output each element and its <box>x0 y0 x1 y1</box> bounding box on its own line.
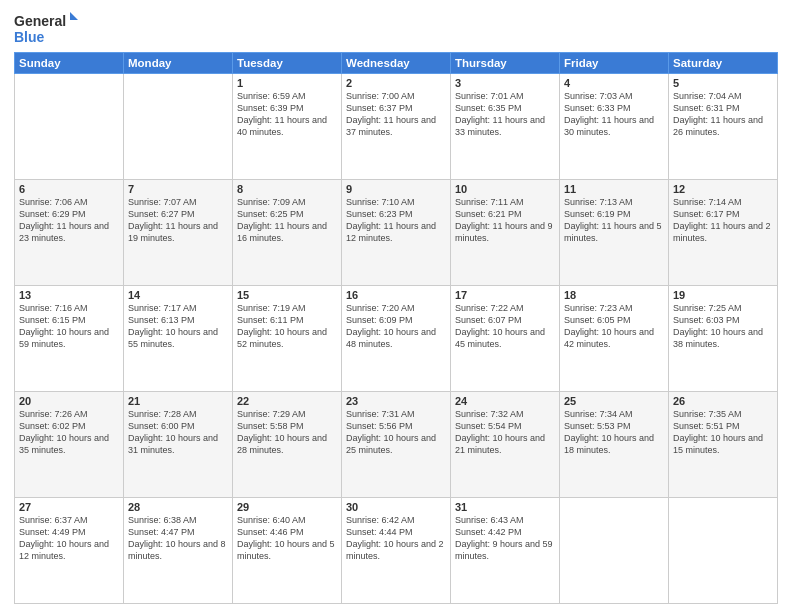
weekday-header-thursday: Thursday <box>451 53 560 74</box>
day-info: Sunrise: 7:34 AM Sunset: 5:53 PM Dayligh… <box>564 408 664 457</box>
weekday-header-tuesday: Tuesday <box>233 53 342 74</box>
day-info: Sunrise: 6:40 AM Sunset: 4:46 PM Dayligh… <box>237 514 337 563</box>
day-info: Sunrise: 6:37 AM Sunset: 4:49 PM Dayligh… <box>19 514 119 563</box>
day-info: Sunrise: 7:00 AM Sunset: 6:37 PM Dayligh… <box>346 90 446 139</box>
weekday-header-wednesday: Wednesday <box>342 53 451 74</box>
calendar-cell: 13Sunrise: 7:16 AM Sunset: 6:15 PM Dayli… <box>15 286 124 392</box>
day-info: Sunrise: 7:16 AM Sunset: 6:15 PM Dayligh… <box>19 302 119 351</box>
weekday-header-monday: Monday <box>124 53 233 74</box>
day-number: 6 <box>19 183 119 195</box>
calendar-cell: 28Sunrise: 6:38 AM Sunset: 4:47 PM Dayli… <box>124 498 233 604</box>
day-number: 3 <box>455 77 555 89</box>
calendar-cell: 25Sunrise: 7:34 AM Sunset: 5:53 PM Dayli… <box>560 392 669 498</box>
day-info: Sunrise: 7:20 AM Sunset: 6:09 PM Dayligh… <box>346 302 446 351</box>
day-info: Sunrise: 7:32 AM Sunset: 5:54 PM Dayligh… <box>455 408 555 457</box>
calendar-cell: 20Sunrise: 7:26 AM Sunset: 6:02 PM Dayli… <box>15 392 124 498</box>
svg-text:General: General <box>14 13 66 29</box>
calendar-cell: 18Sunrise: 7:23 AM Sunset: 6:05 PM Dayli… <box>560 286 669 392</box>
calendar-table: SundayMondayTuesdayWednesdayThursdayFrid… <box>14 52 778 604</box>
day-number: 17 <box>455 289 555 301</box>
calendar-cell: 6Sunrise: 7:06 AM Sunset: 6:29 PM Daylig… <box>15 180 124 286</box>
day-number: 24 <box>455 395 555 407</box>
day-number: 2 <box>346 77 446 89</box>
day-number: 30 <box>346 501 446 513</box>
weekday-header-row: SundayMondayTuesdayWednesdayThursdayFrid… <box>15 53 778 74</box>
day-number: 12 <box>673 183 773 195</box>
day-info: Sunrise: 7:14 AM Sunset: 6:17 PM Dayligh… <box>673 196 773 245</box>
day-info: Sunrise: 6:43 AM Sunset: 4:42 PM Dayligh… <box>455 514 555 563</box>
day-info: Sunrise: 7:06 AM Sunset: 6:29 PM Dayligh… <box>19 196 119 245</box>
day-number: 7 <box>128 183 228 195</box>
svg-text:Blue: Blue <box>14 29 45 45</box>
calendar-cell: 5Sunrise: 7:04 AM Sunset: 6:31 PM Daylig… <box>669 74 778 180</box>
calendar-week-2: 6Sunrise: 7:06 AM Sunset: 6:29 PM Daylig… <box>15 180 778 286</box>
day-number: 5 <box>673 77 773 89</box>
day-number: 4 <box>564 77 664 89</box>
day-info: Sunrise: 7:19 AM Sunset: 6:11 PM Dayligh… <box>237 302 337 351</box>
day-number: 26 <box>673 395 773 407</box>
calendar-cell: 24Sunrise: 7:32 AM Sunset: 5:54 PM Dayli… <box>451 392 560 498</box>
weekday-header-friday: Friday <box>560 53 669 74</box>
calendar-cell: 19Sunrise: 7:25 AM Sunset: 6:03 PM Dayli… <box>669 286 778 392</box>
calendar-cell: 9Sunrise: 7:10 AM Sunset: 6:23 PM Daylig… <box>342 180 451 286</box>
calendar-week-1: 1Sunrise: 6:59 AM Sunset: 6:39 PM Daylig… <box>15 74 778 180</box>
day-info: Sunrise: 7:07 AM Sunset: 6:27 PM Dayligh… <box>128 196 228 245</box>
day-info: Sunrise: 7:01 AM Sunset: 6:35 PM Dayligh… <box>455 90 555 139</box>
calendar-cell: 27Sunrise: 6:37 AM Sunset: 4:49 PM Dayli… <box>15 498 124 604</box>
day-info: Sunrise: 7:22 AM Sunset: 6:07 PM Dayligh… <box>455 302 555 351</box>
day-number: 16 <box>346 289 446 301</box>
calendar-cell: 17Sunrise: 7:22 AM Sunset: 6:07 PM Dayli… <box>451 286 560 392</box>
calendar-cell: 7Sunrise: 7:07 AM Sunset: 6:27 PM Daylig… <box>124 180 233 286</box>
calendar-cell: 3Sunrise: 7:01 AM Sunset: 6:35 PM Daylig… <box>451 74 560 180</box>
day-info: Sunrise: 7:17 AM Sunset: 6:13 PM Dayligh… <box>128 302 228 351</box>
day-info: Sunrise: 7:03 AM Sunset: 6:33 PM Dayligh… <box>564 90 664 139</box>
day-info: Sunrise: 7:11 AM Sunset: 6:21 PM Dayligh… <box>455 196 555 245</box>
day-number: 29 <box>237 501 337 513</box>
calendar-cell <box>124 74 233 180</box>
weekday-header-saturday: Saturday <box>669 53 778 74</box>
calendar-cell: 8Sunrise: 7:09 AM Sunset: 6:25 PM Daylig… <box>233 180 342 286</box>
calendar-cell: 4Sunrise: 7:03 AM Sunset: 6:33 PM Daylig… <box>560 74 669 180</box>
day-info: Sunrise: 7:04 AM Sunset: 6:31 PM Dayligh… <box>673 90 773 139</box>
calendar-cell: 15Sunrise: 7:19 AM Sunset: 6:11 PM Dayli… <box>233 286 342 392</box>
day-number: 1 <box>237 77 337 89</box>
calendar-cell: 31Sunrise: 6:43 AM Sunset: 4:42 PM Dayli… <box>451 498 560 604</box>
day-info: Sunrise: 6:38 AM Sunset: 4:47 PM Dayligh… <box>128 514 228 563</box>
calendar-week-5: 27Sunrise: 6:37 AM Sunset: 4:49 PM Dayli… <box>15 498 778 604</box>
day-info: Sunrise: 7:35 AM Sunset: 5:51 PM Dayligh… <box>673 408 773 457</box>
calendar-cell: 22Sunrise: 7:29 AM Sunset: 5:58 PM Dayli… <box>233 392 342 498</box>
calendar-cell: 10Sunrise: 7:11 AM Sunset: 6:21 PM Dayli… <box>451 180 560 286</box>
calendar-cell: 14Sunrise: 7:17 AM Sunset: 6:13 PM Dayli… <box>124 286 233 392</box>
day-info: Sunrise: 7:09 AM Sunset: 6:25 PM Dayligh… <box>237 196 337 245</box>
day-number: 18 <box>564 289 664 301</box>
calendar-cell: 16Sunrise: 7:20 AM Sunset: 6:09 PM Dayli… <box>342 286 451 392</box>
day-info: Sunrise: 6:42 AM Sunset: 4:44 PM Dayligh… <box>346 514 446 563</box>
day-info: Sunrise: 7:13 AM Sunset: 6:19 PM Dayligh… <box>564 196 664 245</box>
day-info: Sunrise: 6:59 AM Sunset: 6:39 PM Dayligh… <box>237 90 337 139</box>
calendar-cell: 2Sunrise: 7:00 AM Sunset: 6:37 PM Daylig… <box>342 74 451 180</box>
day-info: Sunrise: 7:31 AM Sunset: 5:56 PM Dayligh… <box>346 408 446 457</box>
svg-marker-2 <box>70 12 78 20</box>
day-number: 23 <box>346 395 446 407</box>
day-number: 31 <box>455 501 555 513</box>
day-number: 9 <box>346 183 446 195</box>
day-number: 10 <box>455 183 555 195</box>
calendar-cell: 30Sunrise: 6:42 AM Sunset: 4:44 PM Dayli… <box>342 498 451 604</box>
day-number: 15 <box>237 289 337 301</box>
day-number: 27 <box>19 501 119 513</box>
calendar-cell: 21Sunrise: 7:28 AM Sunset: 6:00 PM Dayli… <box>124 392 233 498</box>
day-number: 13 <box>19 289 119 301</box>
day-number: 21 <box>128 395 228 407</box>
day-info: Sunrise: 7:25 AM Sunset: 6:03 PM Dayligh… <box>673 302 773 351</box>
calendar-cell <box>669 498 778 604</box>
calendar-cell: 12Sunrise: 7:14 AM Sunset: 6:17 PM Dayli… <box>669 180 778 286</box>
calendar-cell: 26Sunrise: 7:35 AM Sunset: 5:51 PM Dayli… <box>669 392 778 498</box>
weekday-header-sunday: Sunday <box>15 53 124 74</box>
day-number: 14 <box>128 289 228 301</box>
day-info: Sunrise: 7:26 AM Sunset: 6:02 PM Dayligh… <box>19 408 119 457</box>
calendar-cell: 1Sunrise: 6:59 AM Sunset: 6:39 PM Daylig… <box>233 74 342 180</box>
day-number: 8 <box>237 183 337 195</box>
day-number: 19 <box>673 289 773 301</box>
page-header: GeneralBlue <box>14 10 778 46</box>
day-number: 11 <box>564 183 664 195</box>
